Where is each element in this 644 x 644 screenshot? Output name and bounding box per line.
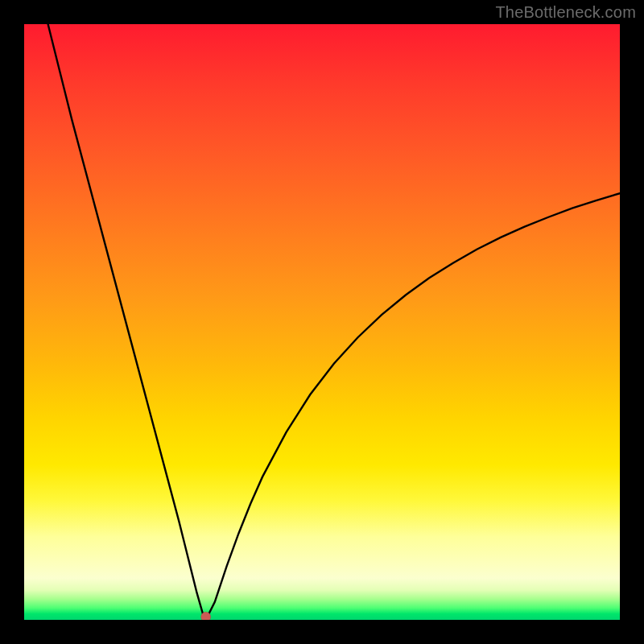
min-dot xyxy=(201,612,211,620)
watermark-text: TheBottleneck.com xyxy=(495,3,636,22)
bottleneck-curve xyxy=(48,24,620,614)
chart-stage: TheBottleneck.com xyxy=(0,0,644,644)
plot-area xyxy=(24,24,620,620)
bottleneck-curve-svg xyxy=(24,24,620,620)
